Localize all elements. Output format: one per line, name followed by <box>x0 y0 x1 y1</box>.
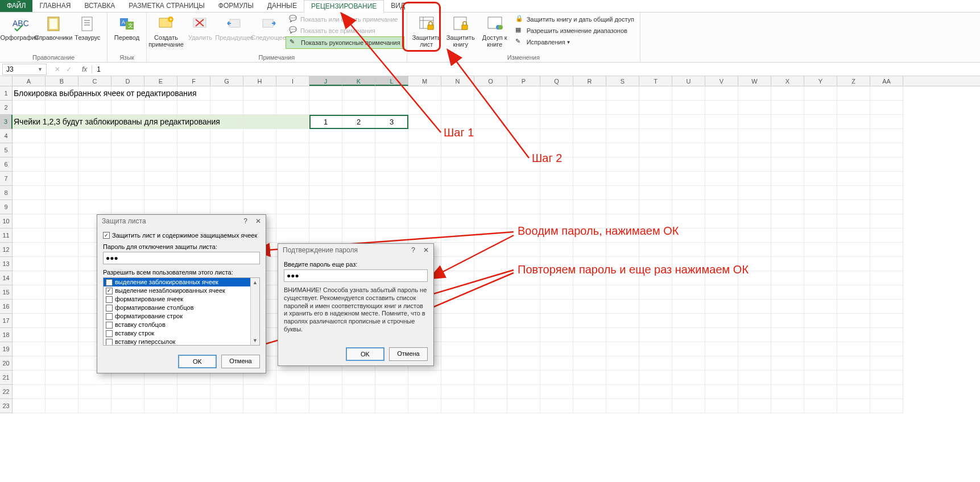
permission-checkbox[interactable] <box>106 339 113 346</box>
cell[interactable] <box>441 371 474 385</box>
cell[interactable] <box>408 186 441 200</box>
cell[interactable] <box>243 385 276 399</box>
cell[interactable] <box>111 101 144 115</box>
cell[interactable] <box>46 300 78 314</box>
cell[interactable] <box>738 115 771 129</box>
cell[interactable] <box>276 143 309 157</box>
cell[interactable] <box>639 101 672 115</box>
cell[interactable] <box>672 129 705 143</box>
cell[interactable]: Блокировка выбранных ячеек от редактиров… <box>13 86 46 101</box>
cell[interactable] <box>705 101 738 115</box>
cell[interactable] <box>13 399 46 413</box>
permission-item[interactable]: выделение заблокированных ячеек <box>104 278 259 286</box>
cell[interactable] <box>639 157 672 172</box>
row-header[interactable]: 16 <box>0 300 13 314</box>
cell[interactable] <box>78 399 111 413</box>
cell[interactable] <box>573 342 606 356</box>
permissions-list[interactable]: выделение заблокированных ячееквыделение… <box>103 277 260 346</box>
cell[interactable] <box>606 342 639 356</box>
cell[interactable] <box>804 371 837 385</box>
cell[interactable] <box>78 172 111 186</box>
cell[interactable] <box>144 157 177 172</box>
cell[interactable] <box>639 356 672 371</box>
cell[interactable] <box>375 86 408 101</box>
cell[interactable] <box>276 86 309 101</box>
cell[interactable] <box>573 115 606 129</box>
cell[interactable] <box>672 86 705 101</box>
cell[interactable] <box>46 385 78 399</box>
cell[interactable] <box>837 157 870 172</box>
cell[interactable] <box>474 371 507 385</box>
cell[interactable] <box>13 328 46 342</box>
cell[interactable] <box>870 86 903 101</box>
cell[interactable] <box>507 300 540 314</box>
cell[interactable] <box>441 157 474 172</box>
cell[interactable] <box>441 243 474 257</box>
cell[interactable] <box>870 342 903 356</box>
row-header[interactable]: 23 <box>0 399 13 413</box>
cell[interactable] <box>639 300 672 314</box>
row-header[interactable]: 5 <box>0 143 13 157</box>
cell[interactable] <box>804 356 837 371</box>
cell[interactable] <box>738 186 771 200</box>
cell[interactable] <box>606 385 639 399</box>
cell[interactable] <box>837 101 870 115</box>
cell[interactable] <box>243 86 276 101</box>
column-header[interactable]: A <box>13 76 46 86</box>
cell[interactable] <box>441 285 474 300</box>
cell[interactable] <box>804 172 837 186</box>
cell[interactable] <box>705 300 738 314</box>
cell[interactable] <box>837 300 870 314</box>
close-icon[interactable]: ✕ <box>423 246 429 254</box>
cell[interactable] <box>507 186 540 200</box>
cell[interactable] <box>672 200 705 214</box>
row-header[interactable]: 2 <box>0 101 13 115</box>
cell[interactable] <box>837 328 870 342</box>
cell[interactable] <box>639 200 672 214</box>
cell[interactable] <box>375 186 408 200</box>
cell[interactable] <box>441 200 474 214</box>
cell[interactable] <box>672 385 705 399</box>
cell[interactable] <box>342 86 375 101</box>
cell[interactable] <box>474 172 507 186</box>
cell[interactable] <box>672 328 705 342</box>
cell[interactable] <box>342 101 375 115</box>
cell[interactable] <box>837 200 870 214</box>
cell[interactable] <box>144 101 177 115</box>
cell[interactable] <box>738 385 771 399</box>
cell[interactable] <box>705 157 738 172</box>
cell[interactable] <box>441 101 474 115</box>
cell[interactable] <box>738 300 771 314</box>
cell[interactable] <box>573 399 606 413</box>
cell[interactable] <box>276 129 309 143</box>
cell[interactable] <box>507 243 540 257</box>
cell[interactable] <box>408 200 441 214</box>
cell[interactable] <box>177 200 210 214</box>
cell[interactable] <box>46 371 78 385</box>
cell[interactable] <box>408 143 441 157</box>
cell[interactable] <box>408 101 441 115</box>
cell[interactable] <box>111 385 144 399</box>
cell[interactable]: 2 <box>342 115 375 129</box>
cell[interactable] <box>705 214 738 228</box>
cell[interactable] <box>870 257 903 271</box>
cell[interactable] <box>540 172 573 186</box>
cell[interactable] <box>474 243 507 257</box>
cell[interactable] <box>837 143 870 157</box>
cell[interactable] <box>804 228 837 243</box>
column-header[interactable]: P <box>507 76 540 86</box>
tab-formulas[interactable]: ФОРМУЛЫ <box>212 0 260 12</box>
cell[interactable] <box>738 342 771 356</box>
permission-item[interactable]: выделение незаблокированных ячеек <box>104 286 259 295</box>
cell[interactable] <box>738 143 771 157</box>
cell[interactable] <box>837 243 870 257</box>
cell[interactable] <box>738 356 771 371</box>
cell[interactable] <box>705 115 738 129</box>
cell[interactable] <box>639 399 672 413</box>
protect-workbook-button[interactable]: Защитить книгу <box>444 14 478 49</box>
cell[interactable] <box>276 228 309 243</box>
cell[interactable] <box>870 115 903 129</box>
cell[interactable] <box>507 115 540 129</box>
permission-checkbox[interactable] <box>106 330 113 337</box>
cell[interactable] <box>837 399 870 413</box>
